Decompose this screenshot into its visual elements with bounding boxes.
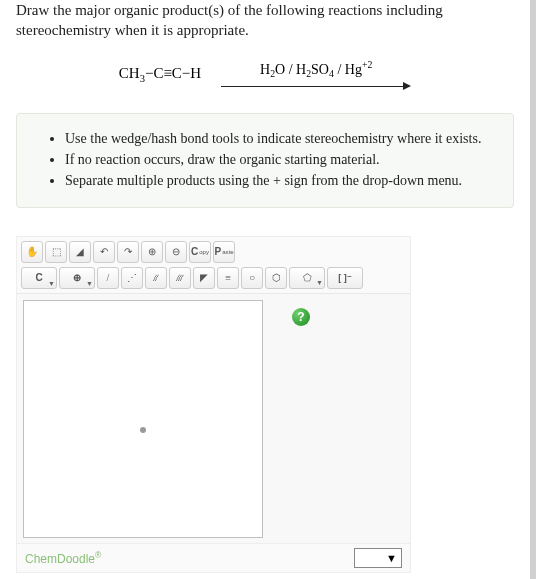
copy-sub: opy [199, 249, 209, 255]
lasso-tool[interactable]: ⬚ [45, 241, 67, 263]
triple-bond-tool[interactable]: ⫻ [169, 267, 191, 289]
pentagon-icon: ⬠ [303, 272, 312, 283]
editor-footer: ChemDoodle® ▼ [17, 543, 410, 572]
charge-icon: ⊕ [73, 272, 81, 283]
toolbar: ✋ ⬚ ◢ ↶ ↷ ⊕ ⊖ C opy P aste C ▼ ⊕ ▼ [17, 237, 410, 293]
chevron-down-icon: ▼ [48, 280, 55, 287]
drawing-canvas[interactable] [23, 300, 263, 538]
ring-tool-3[interactable]: ⬠ ▼ [289, 267, 325, 289]
question-prompt: Draw the major organic product(s) of the… [16, 0, 514, 41]
copy-button[interactable]: C opy [189, 241, 211, 263]
copy-letter: C [191, 246, 198, 257]
ring-tool-1[interactable]: ○ [241, 267, 263, 289]
element-letter: C [35, 272, 42, 283]
paste-letter: P [214, 246, 221, 257]
zoom-out-button[interactable]: ⊖ [165, 241, 187, 263]
chain-tool[interactable]: ⋰ [121, 267, 143, 289]
products-dropdown[interactable]: ▼ [354, 548, 402, 568]
reaction-scheme: CH3−C≡C−H H2O / H2SO4 / Hg+2 [16, 59, 514, 91]
single-bond-tool[interactable]: / [97, 267, 119, 289]
hint-item: Separate multiple products using the + s… [65, 172, 495, 191]
canvas-area: ? [17, 293, 410, 543]
undo-button[interactable]: ↶ [93, 241, 115, 263]
reaction-arrow: H2O / H2SO4 / Hg+2 [221, 59, 411, 91]
hint-item: Use the wedge/hash bond tools to indicat… [65, 130, 495, 149]
canvas-center-dot [140, 427, 146, 433]
paste-sub: aste [222, 249, 233, 255]
chevron-down-icon: ▼ [86, 280, 93, 287]
hand-tool[interactable]: ✋ [21, 241, 43, 263]
brand-text: ChemDoodle [25, 552, 95, 566]
paste-button[interactable]: P aste [213, 241, 235, 263]
element-picker[interactable]: C ▼ [21, 267, 57, 289]
wedge-bond-tool[interactable]: ◤ [193, 267, 215, 289]
redo-button[interactable]: ↷ [117, 241, 139, 263]
arrow-icon [221, 81, 411, 91]
charge-tool[interactable]: ⊕ ▼ [59, 267, 95, 289]
hint-item: If no reaction occurs, draw the organic … [65, 151, 495, 170]
chemdoodle-logo: ChemDoodle® [25, 550, 101, 566]
drawing-editor: ✋ ⬚ ◢ ↶ ↷ ⊕ ⊖ C opy P aste C ▼ ⊕ ▼ [16, 236, 411, 573]
help-button[interactable]: ? [292, 308, 310, 326]
double-bond-tool[interactable]: ⫽ [145, 267, 167, 289]
hash-bond-tool[interactable]: ≡ [217, 267, 239, 289]
eraser-tool[interactable]: ◢ [69, 241, 91, 263]
chevron-down-icon: ▼ [316, 279, 323, 287]
reactant: CH3−C≡C−H [119, 65, 201, 84]
ring-tool-2[interactable]: ⬡ [265, 267, 287, 289]
bracket-tool[interactable]: [ ]⁻ [327, 267, 363, 289]
reaction-conditions: H2O / H2SO4 / Hg+2 [221, 59, 411, 79]
instruction-box: Use the wedge/hash bond tools to indicat… [16, 113, 514, 208]
zoom-in-button[interactable]: ⊕ [141, 241, 163, 263]
